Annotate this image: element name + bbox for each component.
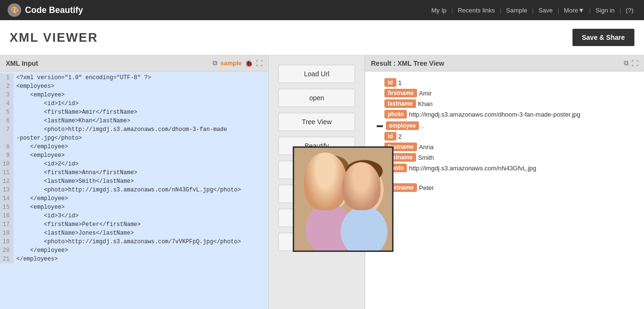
tree-node-dots: .. <box>375 174 634 181</box>
expand-icon[interactable]: ⛶ <box>256 59 262 67</box>
nav-help[interactable]: (?) <box>623 7 636 14</box>
right-panel: Result : XML Tree View ⧉ ⛶ id 1 firstnam… <box>365 55 644 309</box>
tree-view-button[interactable]: Tree View <box>278 113 355 131</box>
photo-value: http://imgdj.s3.amazonaws.com/dhoom-3-fa… <box>409 111 580 118</box>
firstname-value2: Anna <box>419 143 433 151</box>
app-name: Code Beautify <box>25 5 83 15</box>
code-line: 20 </employee> <box>0 246 268 255</box>
code-line: -poster.jpg</photo> <box>0 134 268 143</box>
svg-point-9 <box>355 184 360 189</box>
logo: 🎨 Code Beautify <box>8 3 83 17</box>
code-line: 19 <photo>http://imgdj.s3.amazonaws.com/… <box>0 238 268 246</box>
mid-panel: Load Url open Tree View Beautify Minify … <box>269 55 365 309</box>
tree-view-area: id 1 firstname Amir lastname Khan photo … <box>365 71 644 309</box>
page-title: XML VIEWER <box>10 30 98 45</box>
tree-node-firstname2: firstname Anna <box>375 143 634 151</box>
right-panel-title: Result : XML Tree View <box>371 59 444 67</box>
code-line: 1 <?xml version="1.0" encoding="UTF-8" ?… <box>0 73 268 82</box>
code-line: 14 </employee> <box>0 194 268 203</box>
open-button[interactable]: open <box>278 89 355 107</box>
tree-node-lastname1: lastname Khan <box>375 99 634 108</box>
bug-icon[interactable]: 🐞 <box>245 59 253 67</box>
code-line: 7 <photo>http://imgdj.s3.amazonaws.com/d… <box>0 125 268 134</box>
code-line: 5 <firstName>Amir</firstName> <box>0 108 268 117</box>
sample-link[interactable]: sample <box>220 59 242 67</box>
code-line: 4 <id>1</id> <box>0 99 268 108</box>
id-value2: 2 <box>398 133 402 140</box>
photo-svg <box>294 148 392 250</box>
code-line: 16 <id>3</id> <box>0 212 268 220</box>
right-panel-header: Result : XML Tree View ⧉ ⛶ <box>365 55 644 71</box>
main-area: XML Input ⧉ sample 🐞 ⛶ 1 <?xml version="… <box>0 55 644 309</box>
tree-node-firstname3: firstname Peter <box>375 183 634 192</box>
code-line: 21 </employees> <box>0 255 268 263</box>
tree-node-photo1: photo http://imgdj.s3.amazonaws.com/dhoo… <box>375 110 634 119</box>
tree-node-photo2: photo http://imgdj.s3.amazonaws.com/nN43… <box>375 164 634 172</box>
load-url-button[interactable]: Load Url <box>278 65 355 83</box>
tree-dots: .. <box>421 122 424 130</box>
tree-node-firstname1: firstname Amir <box>375 89 634 97</box>
nav-signin[interactable]: Sign in <box>593 7 618 14</box>
photo-overlay <box>293 146 394 252</box>
code-line: 9 <employee> <box>0 151 268 160</box>
nav-sample[interactable]: Sample <box>503 7 530 14</box>
save-share-button[interactable]: Save & Share <box>572 29 635 46</box>
code-line: 8 </employee> <box>0 143 268 151</box>
tree-node-lastname2: lastname Smith <box>375 153 634 162</box>
firstname-value3: Peter <box>419 184 434 191</box>
firstname-badge: firstname <box>384 89 417 97</box>
right-panel-actions: ⧉ ⛶ <box>624 59 638 67</box>
header: 🎨 Code Beautify My Ip | Recents links | … <box>0 0 644 20</box>
copy-right-icon[interactable]: ⧉ <box>624 59 629 67</box>
photo-value2: http://imgdj.s3.amazonaws.com/nN43GfvL.j… <box>409 165 536 172</box>
lastname-value2: Smith <box>418 154 434 161</box>
id-badge2: id <box>384 132 396 141</box>
tree-node-id1: id 1 <box>375 78 634 87</box>
left-panel-title: XML Input <box>6 59 38 67</box>
code-line: 12 <lastName>Smith</lastName> <box>0 177 268 186</box>
id-value: 1 <box>398 79 402 86</box>
svg-point-5 <box>334 179 339 184</box>
nav-recents[interactable]: Recents links <box>455 7 498 14</box>
nav-save[interactable]: Save <box>536 7 556 14</box>
lastname-value: Khan <box>418 100 432 107</box>
svg-point-1 <box>308 159 350 211</box>
code-line: 10 <id>2</id> <box>0 160 268 168</box>
code-line: 15 <employee> <box>0 203 268 212</box>
tree-node-employee2-header: ▬ employee .. <box>375 121 634 130</box>
expand-right-icon[interactable]: ⛶ <box>632 59 638 67</box>
code-line: 11 <firstName>Anna</firstName> <box>0 168 268 177</box>
logo-icon: 🎨 <box>8 3 21 17</box>
titlebar: XML VIEWER Save & Share <box>0 20 644 55</box>
svg-point-2 <box>311 158 347 188</box>
copy-icon[interactable]: ⧉ <box>213 59 217 67</box>
employee-badge: employee <box>386 121 419 130</box>
code-line: 18 <lastName>Jones</lastName> <box>0 229 268 238</box>
firstname-value: Amir <box>419 90 432 97</box>
code-line: 13 <photo>http://imgdj.s3.amazonaws.com/… <box>0 186 268 194</box>
photo-image <box>294 148 392 250</box>
code-line: 6 <lastName>Khan</lastName> <box>0 117 268 125</box>
code-editor[interactable]: 1 <?xml version="1.0" encoding="UTF-8" ?… <box>0 71 268 309</box>
tree-node-id2: id 2 <box>375 132 634 141</box>
nav-more[interactable]: More▼ <box>561 7 587 14</box>
code-line: 3 <employee> <box>0 91 268 99</box>
svg-point-8 <box>346 160 383 182</box>
svg-point-3 <box>310 155 349 178</box>
svg-point-4 <box>320 179 324 184</box>
code-line: 2 <employees> <box>0 82 268 91</box>
svg-point-10 <box>368 184 372 189</box>
code-line: 17 <firstName>Peter</firstName> <box>0 220 268 229</box>
left-panel-header: XML Input ⧉ sample 🐞 ⛶ <box>0 55 268 71</box>
nav-my-ip[interactable]: My Ip <box>429 7 450 14</box>
left-panel-actions: ⧉ sample 🐞 ⛶ <box>213 59 262 67</box>
photo-badge: photo <box>384 110 407 119</box>
id-badge: id <box>384 78 396 87</box>
collapse-toggle[interactable]: ▬ <box>377 121 383 129</box>
lastname-badge: lastname <box>384 99 416 108</box>
left-panel: XML Input ⧉ sample 🐞 ⛶ 1 <?xml version="… <box>0 55 269 309</box>
main-nav: My Ip | Recents links | Sample | Save | … <box>429 7 636 14</box>
